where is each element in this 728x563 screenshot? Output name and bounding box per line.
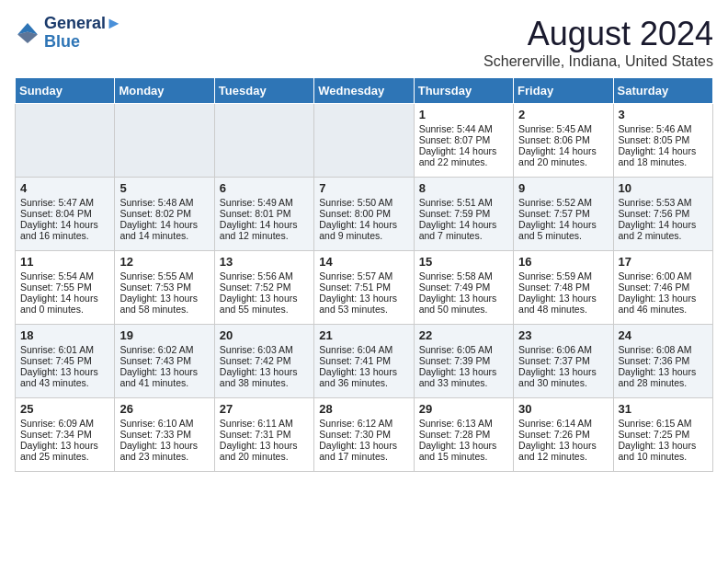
cell-content-line: Daylight: 13 hours <box>419 440 508 451</box>
cell-content-line: and 16 minutes. <box>20 230 109 241</box>
cell-content-line: Sunrise: 5:56 AM <box>220 270 309 282</box>
cell-content-line: Daylight: 13 hours <box>518 293 608 304</box>
cell-content-line: Daylight: 14 hours <box>419 145 508 156</box>
cell-content-line: Sunset: 7:28 PM <box>419 429 508 440</box>
cell-content-line: and 50 minutes. <box>419 304 508 315</box>
cell-content-line: Sunset: 8:02 PM <box>119 208 209 219</box>
cell-content-line: Sunset: 7:43 PM <box>119 355 209 366</box>
day-number: 29 <box>419 402 508 416</box>
cell-content-line: and 33 minutes. <box>419 377 508 388</box>
day-number: 7 <box>319 181 408 195</box>
calendar-week-row: 1Sunrise: 5:44 AMSunset: 8:07 PMDaylight… <box>16 104 713 178</box>
cell-content-line: and 18 minutes. <box>619 156 708 167</box>
day-number: 3 <box>619 108 708 121</box>
cell-content-line: Sunset: 7:25 PM <box>619 429 708 440</box>
cell-content-line: and 10 minutes. <box>619 451 708 462</box>
calendar-cell: 5Sunrise: 5:48 AMSunset: 8:02 PMDaylight… <box>115 178 214 251</box>
cell-content-line: Daylight: 13 hours <box>518 440 608 451</box>
calendar-cell: 22Sunrise: 6:05 AMSunset: 7:39 PMDayligh… <box>414 325 513 398</box>
logo-icon <box>15 20 40 46</box>
cell-content-line: Sunset: 7:34 PM <box>20 429 109 440</box>
cell-content-line: Sunset: 7:59 PM <box>419 208 508 219</box>
calendar-cell: 20Sunrise: 6:03 AMSunset: 7:42 PMDayligh… <box>214 325 313 398</box>
header-tuesday: Tuesday <box>214 78 313 104</box>
cell-content-line: and 22 minutes. <box>419 156 508 167</box>
day-number: 20 <box>220 328 309 342</box>
cell-content-line: Daylight: 14 hours <box>619 145 708 156</box>
cell-content-line: Sunrise: 5:46 AM <box>619 123 708 134</box>
cell-content-line: Sunrise: 6:02 AM <box>119 344 209 355</box>
cell-content-line: and 15 minutes. <box>419 451 508 462</box>
cell-content-line: Sunset: 8:01 PM <box>220 208 309 219</box>
day-number: 17 <box>619 255 708 269</box>
cell-content-line: and 25 minutes. <box>20 451 109 462</box>
cell-content-line: Sunset: 8:05 PM <box>619 134 708 145</box>
cell-content-line: Sunset: 7:37 PM <box>518 355 608 366</box>
cell-content-line: Daylight: 13 hours <box>119 293 209 304</box>
header-friday: Friday <box>514 78 613 104</box>
day-number: 15 <box>419 255 508 269</box>
cell-content-line: Sunrise: 6:10 AM <box>119 418 209 429</box>
calendar-cell: 28Sunrise: 6:12 AMSunset: 7:30 PMDayligh… <box>314 398 414 472</box>
day-number: 28 <box>319 402 408 416</box>
cell-content-line: Sunrise: 6:15 AM <box>619 418 708 429</box>
cell-content-line: and 20 minutes. <box>518 156 608 167</box>
cell-content-line: Sunrise: 5:51 AM <box>419 197 508 208</box>
cell-content-line: Sunset: 7:33 PM <box>119 429 209 440</box>
cell-content-line: Sunrise: 6:14 AM <box>518 418 608 429</box>
day-number: 23 <box>518 328 608 342</box>
cell-content-line: and 58 minutes. <box>119 304 209 315</box>
day-number: 11 <box>20 255 109 269</box>
cell-content-line: Daylight: 14 hours <box>518 219 608 230</box>
cell-content-line: and 38 minutes. <box>220 377 309 388</box>
header-thursday: Thursday <box>414 78 513 104</box>
cell-content-line: Daylight: 13 hours <box>619 440 708 451</box>
day-number: 27 <box>220 402 309 416</box>
day-number: 8 <box>419 181 508 195</box>
cell-content-line: Sunset: 8:00 PM <box>319 208 408 219</box>
cell-content-line: and 53 minutes. <box>319 304 408 315</box>
cell-content-line: and 23 minutes. <box>119 451 209 462</box>
header-wednesday: Wednesday <box>314 78 414 104</box>
cell-content-line: Sunset: 7:42 PM <box>220 355 309 366</box>
cell-content-line: Sunrise: 5:48 AM <box>119 197 209 208</box>
calendar-cell: 31Sunrise: 6:15 AMSunset: 7:25 PMDayligh… <box>613 398 712 472</box>
calendar-subtitle: Schererville, Indiana, United States <box>483 53 713 70</box>
cell-content-line: Sunset: 7:52 PM <box>220 282 309 293</box>
cell-content-line: and 14 minutes. <box>119 230 209 241</box>
calendar-cell: 2Sunrise: 5:45 AMSunset: 8:06 PMDaylight… <box>514 104 613 178</box>
day-number: 26 <box>119 402 209 416</box>
calendar-header-row: SundayMondayTuesdayWednesdayThursdayFrid… <box>16 78 713 104</box>
cell-content-line: Daylight: 14 hours <box>419 219 508 230</box>
calendar-cell: 11Sunrise: 5:54 AMSunset: 7:55 PMDayligh… <box>16 251 115 325</box>
cell-content-line: and 30 minutes. <box>518 377 608 388</box>
calendar-cell: 18Sunrise: 6:01 AMSunset: 7:45 PMDayligh… <box>16 325 115 398</box>
cell-content-line: Sunrise: 6:01 AM <box>20 344 109 355</box>
calendar-cell: 1Sunrise: 5:44 AMSunset: 8:07 PMDaylight… <box>414 104 513 178</box>
day-number: 22 <box>419 328 508 342</box>
cell-content-line: Sunrise: 5:45 AM <box>518 123 608 134</box>
page-header: General► Blue August 2024 Schererville, … <box>15 15 713 70</box>
cell-content-line: Daylight: 13 hours <box>119 366 209 377</box>
calendar-cell: 24Sunrise: 6:08 AMSunset: 7:36 PMDayligh… <box>613 325 712 398</box>
day-number: 9 <box>518 181 608 195</box>
calendar-cell: 6Sunrise: 5:49 AMSunset: 8:01 PMDaylight… <box>214 178 313 251</box>
calendar-cell <box>214 104 313 178</box>
cell-content-line: and 9 minutes. <box>319 230 408 241</box>
day-number: 21 <box>319 328 408 342</box>
cell-content-line: Daylight: 13 hours <box>20 366 109 377</box>
cell-content-line: Sunset: 7:39 PM <box>419 355 508 366</box>
cell-content-line: Daylight: 13 hours <box>619 366 708 377</box>
cell-content-line: Daylight: 13 hours <box>419 366 508 377</box>
cell-content-line: Daylight: 13 hours <box>419 293 508 304</box>
cell-content-line: and 17 minutes. <box>319 451 408 462</box>
cell-content-line: Sunrise: 5:55 AM <box>119 270 209 282</box>
cell-content-line: and 7 minutes. <box>419 230 508 241</box>
cell-content-line: and 55 minutes. <box>220 304 309 315</box>
cell-content-line: Daylight: 13 hours <box>119 440 209 451</box>
cell-content-line: Daylight: 13 hours <box>619 293 708 304</box>
cell-content-line: Sunrise: 6:03 AM <box>220 344 309 355</box>
cell-content-line: Sunrise: 6:05 AM <box>419 344 508 355</box>
cell-content-line: Sunrise: 5:44 AM <box>419 123 508 134</box>
cell-content-line: Daylight: 13 hours <box>518 366 608 377</box>
